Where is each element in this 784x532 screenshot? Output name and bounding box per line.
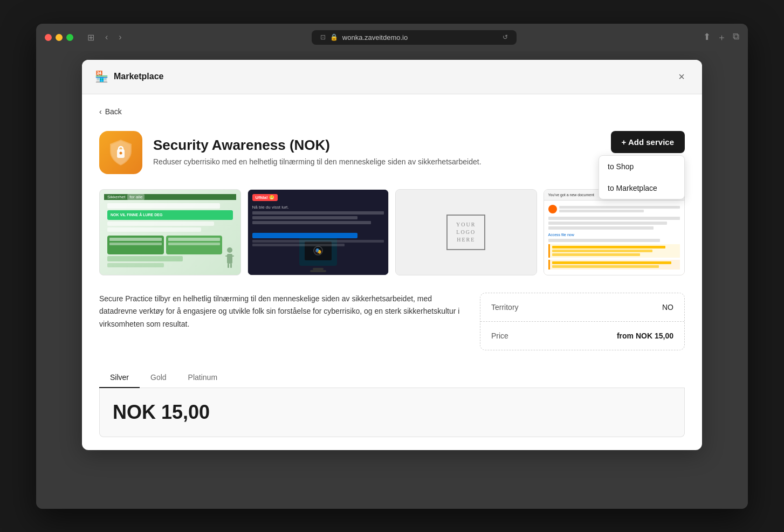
forward-button[interactable]: › — [115, 31, 125, 44]
browser-titlebar: ⊞ ‹ › ⊡ 🔒 wonka.zaveitdemo.io ↺ ⬆ ＋ ⧉ — [36, 24, 748, 51]
content-grid: Secure Practice tilbyr en helhetlig tiln… — [99, 293, 685, 350]
tab-platinum[interactable]: Platinum — [177, 368, 228, 388]
sidebar-toggle-button[interactable]: ⊞ — [84, 31, 98, 44]
add-service-dropdown: to Shop to Marketplace — [599, 155, 685, 199]
price-display: NOK 15,00 — [113, 401, 671, 424]
modal-close-button[interactable]: × — [674, 68, 689, 85]
price-label: Price — [491, 331, 508, 340]
service-subtitle: Reduser cyberrisiko med en helhetlig til… — [153, 157, 482, 168]
add-to-marketplace-option[interactable]: to Marketplace — [599, 177, 684, 199]
browser-content: 🏪 Marketplace × ‹ Back — [36, 51, 748, 509]
service-title: Security Awareness (NOK) — [153, 137, 482, 154]
lock-icon: 🔒 — [330, 33, 338, 41]
svg-rect-7 — [228, 264, 229, 268]
screenshot-1[interactable]: Sikkerhet for alle NOK VIL FINNE Å LURE … — [99, 189, 241, 275]
modal-header: 🏪 Marketplace × — [82, 60, 702, 94]
browser-actions: ⬆ ＋ ⧉ — [703, 31, 739, 44]
info-card: Territory NO Price from NOK 15,00 — [480, 293, 685, 350]
service-full-description: Secure Practice tilbyr en helhetlig tiln… — [99, 293, 463, 331]
address-bar-container: ⊡ 🔒 wonka.zaveitdemo.io ↺ — [132, 30, 697, 45]
tab-silver[interactable]: Silver — [99, 368, 140, 388]
chevron-left-icon: ‹ — [99, 107, 102, 116]
tab-gold[interactable]: Gold — [140, 368, 177, 388]
add-service-container: + Add service to Shop to Marketplace — [611, 131, 685, 153]
add-service-button[interactable]: + Add service — [611, 131, 685, 153]
screenshots-gallery: Sikkerhet for alle NOK VIL FINNE Å LURE … — [99, 189, 685, 275]
pricing-content: NOK 15,00 — [99, 388, 685, 437]
service-header-left: Security Awareness (NOK) Reduser cyberri… — [99, 131, 482, 174]
marketplace-icon: 🏪 — [95, 70, 108, 83]
modal-body: ‹ Back — [82, 94, 702, 450]
price-value: from NOK 15,00 — [617, 331, 673, 340]
screenshot-3[interactable]: YOUR LOGO HERE — [395, 189, 537, 275]
pricing-section: Silver Gold Platinum NOK 15,00 — [99, 368, 685, 437]
svg-point-3 — [227, 247, 232, 253]
service-info: Security Awareness (NOK) Reduser cyberri… — [153, 137, 482, 168]
browser-controls: ⊞ ‹ › — [84, 31, 125, 44]
service-icon — [99, 131, 142, 174]
screenshot-2[interactable]: Uffda! 😬 Nå ble du visst lurt. — [247, 189, 389, 275]
fullscreen-traffic-light[interactable] — [66, 34, 73, 41]
refresh-icon[interactable]: ↺ — [503, 33, 508, 41]
screenshot-4[interactable]: You've got a new document — [544, 189, 685, 275]
territory-row: Territory NO — [480, 293, 684, 322]
browser-window: ⊞ ‹ › ⊡ 🔒 wonka.zaveitdemo.io ↺ ⬆ ＋ ⧉ — [36, 24, 748, 509]
modal-title-area: 🏪 Marketplace — [95, 70, 164, 83]
territory-label: Territory — [491, 303, 519, 312]
price-row: Price from NOK 15,00 — [480, 322, 684, 350]
url-display: wonka.zaveitdemo.io — [342, 33, 408, 42]
address-bar[interactable]: ⊡ 🔒 wonka.zaveitdemo.io ↺ — [312, 30, 517, 45]
minimize-traffic-light[interactable] — [56, 34, 63, 41]
pricing-tabs: Silver Gold Platinum — [99, 368, 685, 388]
svg-rect-5 — [225, 255, 229, 257]
modal-overlay: 🏪 Marketplace × ‹ Back — [45, 60, 739, 500]
back-button[interactable]: ‹ — [102, 31, 111, 44]
modal-title: Marketplace — [114, 72, 164, 81]
marketplace-modal: 🏪 Marketplace × ‹ Back — [82, 60, 702, 450]
traffic-lights — [45, 34, 73, 41]
close-traffic-light[interactable] — [45, 34, 52, 41]
share-icon[interactable]: ⬆ — [703, 31, 711, 44]
service-header: Security Awareness (NOK) Reduser cyberri… — [99, 131, 685, 174]
sidebar-icon[interactable]: ⧉ — [733, 31, 739, 44]
new-tab-icon[interactable]: ＋ — [717, 31, 726, 44]
territory-value: NO — [662, 303, 673, 312]
back-label: Back — [105, 107, 122, 116]
svg-text:🎭: 🎭 — [315, 247, 322, 254]
page-icon: ⊡ — [320, 33, 326, 41]
add-to-shop-option[interactable]: to Shop — [599, 156, 684, 177]
back-link[interactable]: ‹ Back — [99, 107, 685, 116]
svg-point-2 — [120, 151, 122, 154]
svg-rect-4 — [227, 254, 232, 264]
svg-rect-8 — [230, 264, 232, 268]
svg-rect-6 — [231, 255, 234, 257]
description-section: Secure Practice tilbyr en helhetlig tiln… — [99, 293, 463, 350]
